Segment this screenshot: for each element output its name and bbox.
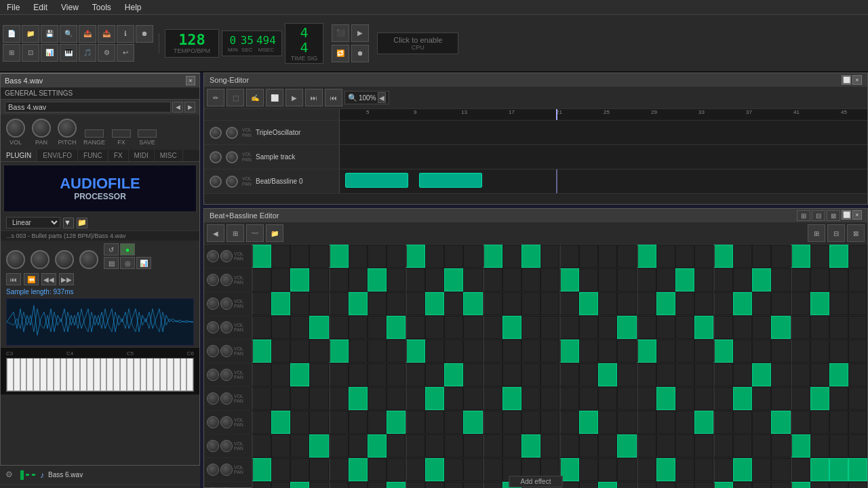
beat-btn-4-13[interactable]: [502, 340, 521, 363]
beat-btn-4-15[interactable]: [540, 340, 559, 363]
beat-pan-knob-0[interactable]: [220, 250, 233, 262]
import-button[interactable]: 📥: [98, 25, 115, 43]
beat-btn-8-9[interactable]: [425, 434, 444, 458]
beat-vol-knob-6[interactable]: [207, 392, 219, 405]
piano-white-key-14[interactable]: [100, 359, 107, 391]
beat-btn-7-30[interactable]: [829, 411, 848, 434]
beat-btn-5-29[interactable]: [810, 363, 829, 386]
piano-white-key-23[interactable]: [160, 359, 167, 391]
beat-btn-8-21[interactable]: [656, 434, 675, 458]
beat-btn-0-1[interactable]: [271, 245, 290, 268]
piano-button[interactable]: 🎹: [60, 44, 77, 62]
beat-vol-knob-7[interactable]: [207, 416, 219, 428]
beat-btn-10-5[interactable]: [349, 482, 368, 488]
beat-btn-2-31[interactable]: [848, 292, 867, 315]
beat-btn-8-5[interactable]: [349, 434, 368, 458]
beat-btn-0-17[interactable]: [579, 245, 598, 268]
beat-btn-8-24[interactable]: [713, 434, 733, 458]
beat-btn-3-2[interactable]: [290, 316, 309, 339]
fx-knob[interactable]: [112, 129, 131, 138]
beat-btn-4-4[interactable]: [329, 340, 349, 363]
menu-view[interactable]: View: [54, 1, 85, 14]
piano-white-key-27[interactable]: [186, 359, 193, 391]
beat-btn-0-18[interactable]: [598, 245, 617, 268]
beat-btn-10-24[interactable]: [713, 482, 733, 488]
interp-folder[interactable]: 📁: [77, 218, 87, 228]
beat-btn-2-21[interactable]: [656, 292, 675, 315]
piano-white-key-24[interactable]: [167, 359, 174, 391]
beat-btn-1-10[interactable]: [444, 268, 463, 291]
beat-btn-2-17[interactable]: [579, 292, 598, 315]
beat-btn-6-5[interactable]: [349, 387, 368, 410]
beat-btn-5-4[interactable]: [329, 363, 349, 386]
beat-btn-1-12[interactable]: [483, 268, 502, 291]
beat-btn-3-6[interactable]: [368, 316, 387, 339]
beat-btn-8-26[interactable]: [752, 434, 771, 458]
beat-btn-7-13[interactable]: [502, 411, 521, 434]
beat-btn-4-7[interactable]: [387, 340, 406, 363]
beat-btn-4-19[interactable]: [617, 340, 636, 363]
beat-btn-0-4[interactable]: [329, 245, 349, 268]
beat-btn-6-26[interactable]: [752, 387, 771, 410]
next-btn[interactable]: ▶▶: [59, 273, 74, 285]
beat-btn-4-9[interactable]: [425, 340, 444, 363]
beat-btn-9-20[interactable]: [637, 458, 656, 481]
beat-btn-3-31[interactable]: [848, 316, 867, 339]
beat-btn-2-20[interactable]: [637, 292, 656, 315]
beat-btn-1-6[interactable]: [368, 268, 387, 291]
beat-pan-knob-1[interactable]: [220, 274, 233, 286]
beat-btn-6-8[interactable]: [406, 387, 425, 410]
beat-btn-10-3[interactable]: [309, 482, 328, 488]
beat-btn-4-24[interactable]: [713, 340, 733, 363]
beat-btn-6-0[interactable]: [252, 387, 271, 410]
reverse-btn[interactable]: ◎: [120, 257, 135, 269]
beat-btn-10-12[interactable]: [483, 482, 502, 488]
beat-btn-5-2[interactable]: [290, 363, 309, 386]
beat-btn-10-10[interactable]: [444, 482, 463, 488]
beat-btn-2-0[interactable]: [252, 292, 271, 315]
beat-btn-8-11[interactable]: [463, 434, 482, 458]
beat-btn-1-0[interactable]: [252, 268, 271, 291]
beat-btn-7-15[interactable]: [540, 411, 559, 434]
beat-btn-1-18[interactable]: [598, 268, 617, 291]
beat-btn-3-29[interactable]: [810, 316, 829, 339]
beat-btn-2-28[interactable]: [791, 292, 810, 315]
beat-btn-8-13[interactable]: [502, 434, 521, 458]
beat-pan-knob-7[interactable]: [220, 416, 233, 428]
beat-btn-10-6[interactable]: [368, 482, 387, 488]
beat-btn-8-7[interactable]: [387, 434, 406, 458]
beat-btn-7-12[interactable]: [483, 411, 502, 434]
beat-btn-4-18[interactable]: [598, 340, 617, 363]
beat-btn-9-31[interactable]: [848, 458, 867, 481]
beat-btn-0-6[interactable]: [368, 245, 387, 268]
beat-btn-1-30[interactable]: [829, 268, 848, 291]
beat-btn-8-2[interactable]: [290, 434, 309, 458]
back-btn[interactable]: ⏪: [24, 273, 39, 285]
beat-btn-3-1[interactable]: [271, 316, 290, 339]
beat-btn-9-0[interactable]: [252, 458, 271, 481]
beat-btn-1-11[interactable]: [463, 268, 482, 291]
song-play-tool[interactable]: ▶: [285, 89, 303, 106]
beat-btn-5-24[interactable]: [713, 363, 733, 386]
beat-btn-8-28[interactable]: [791, 434, 810, 458]
beat-btn-6-10[interactable]: [444, 387, 463, 410]
beat-btn-7-19[interactable]: [617, 411, 636, 434]
beat-btn-6-20[interactable]: [637, 387, 656, 410]
beat-btn-4-11[interactable]: [463, 340, 482, 363]
beat-pan-knob-4[interactable]: [220, 345, 233, 357]
beat-btn-3-13[interactable]: [502, 316, 521, 339]
beat-btn-1-31[interactable]: [848, 268, 867, 291]
beat-btn-3-17[interactable]: [579, 316, 598, 339]
beat-btn-10-29[interactable]: [810, 482, 829, 488]
beat-btn-8-18[interactable]: [598, 434, 617, 458]
timesig-bottom[interactable]: 4: [300, 40, 309, 55]
beat-btn-3-16[interactable]: [559, 316, 579, 339]
playback-knob-4[interactable]: [79, 250, 98, 269]
beat-btn-5-11[interactable]: [463, 363, 482, 386]
piano-white-key-12[interactable]: [87, 359, 94, 391]
beat-btn-5-0[interactable]: [252, 363, 271, 386]
beat-btn-0-29[interactable]: [810, 245, 829, 268]
track-content-3[interactable]: [340, 169, 867, 193]
beat-btn-8-25[interactable]: [733, 434, 752, 458]
beat-btn-9-28[interactable]: [791, 458, 810, 481]
